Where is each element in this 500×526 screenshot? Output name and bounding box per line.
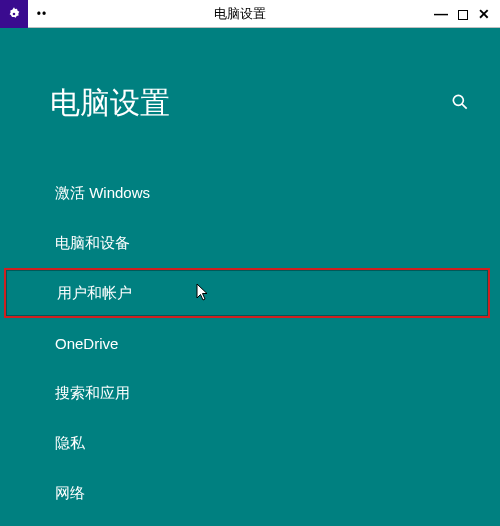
menu-item-label: 激活 Windows (55, 184, 150, 203)
menu-item-privacy[interactable]: 隐私 (0, 418, 500, 468)
page-title: 电脑设置 (50, 83, 170, 124)
svg-line-3 (462, 104, 467, 109)
menu-item-time-language[interactable]: 时间和语言 (0, 518, 500, 526)
window-title: 电脑设置 (56, 0, 424, 27)
svg-point-1 (12, 12, 16, 16)
menu-item-label: 搜索和应用 (55, 384, 130, 403)
menu-item-users-accounts[interactable]: 用户和帐户 (4, 268, 490, 318)
menu-item-label: 网络 (55, 484, 85, 503)
search-icon[interactable] (450, 92, 470, 116)
menu-item-onedrive[interactable]: OneDrive (0, 318, 500, 368)
menu-item-label: 隐私 (55, 434, 85, 453)
svg-point-2 (453, 95, 463, 105)
minimize-button[interactable]: — (434, 7, 448, 21)
gear-icon (0, 0, 28, 28)
menu-item-label: OneDrive (55, 335, 118, 352)
close-button[interactable]: ✕ (478, 7, 490, 21)
cursor-icon (196, 283, 212, 303)
menu-item-search-apps[interactable]: 搜索和应用 (0, 368, 500, 418)
menu-indicator[interactable]: •• (28, 0, 56, 27)
content-area: 电脑设置 激活 Windows 电脑和设备 用户和帐户 OneDrive (0, 28, 500, 526)
settings-menu: 激活 Windows 电脑和设备 用户和帐户 OneDrive 搜索和应用 隐私… (0, 168, 500, 526)
menu-item-pc-devices[interactable]: 电脑和设备 (0, 218, 500, 268)
menu-item-activate-windows[interactable]: 激活 Windows (0, 168, 500, 218)
window-controls: — ✕ (424, 0, 500, 27)
header: 电脑设置 (50, 83, 470, 124)
titlebar: •• 电脑设置 — ✕ (0, 0, 500, 28)
maximize-button[interactable] (458, 10, 468, 20)
menu-item-network[interactable]: 网络 (0, 468, 500, 518)
menu-item-label: 用户和帐户 (57, 284, 132, 303)
menu-item-label: 电脑和设备 (55, 234, 130, 253)
